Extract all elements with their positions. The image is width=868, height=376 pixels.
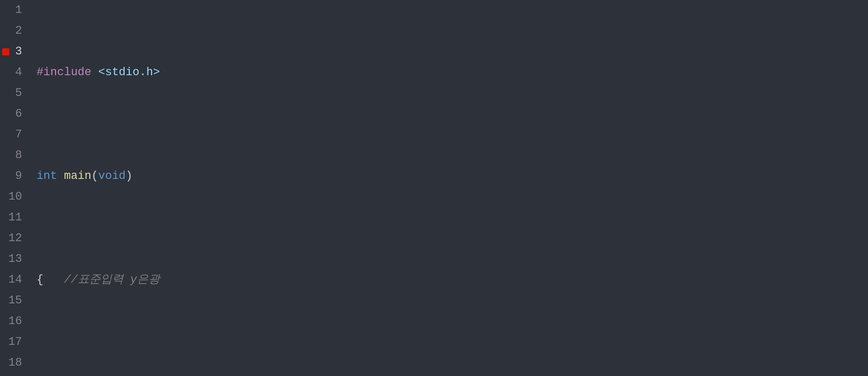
code-line-4: char grade; [36,373,862,376]
code-content[interactable]: #include <stdio.h> int main(void) { //표준… [30,0,868,376]
line-number-17: 17 [8,332,22,353]
line-number-12: 12 [8,228,22,249]
line-number-11: 11 [8,207,22,228]
code-line-2: int main(void) [36,166,862,187]
line-number-18: 18 [8,353,22,373]
punct-paren-close: ) [126,170,132,183]
line-number-4: 4 [8,62,22,83]
line-number-3: 3 [8,41,22,62]
line-number-10: 10 [8,187,22,207]
punct-paren: ( [91,170,98,183]
breakpoint-icon [2,48,9,55]
brace-open: { [36,273,64,286]
line-number-13: 13 [8,249,22,270]
line-number-1: 1 [8,0,22,21]
keyword-void: void [98,170,126,183]
line-number-9: 9 [8,166,22,187]
func-main: main [64,170,91,183]
line-number-2: 2 [8,21,22,41]
keyword-int: int [36,170,57,183]
line-number-8: 8 [8,145,22,166]
line-number-16: 16 [8,311,22,332]
line-number-14: 14 [8,270,22,290]
line-number-7: 7 [8,124,22,145]
code-editor: 1 2 3 4 5 6 7 8 9 10 11 12 13 14 15 16 1… [0,0,868,376]
line-number-6: 6 [8,104,22,124]
line-number-15: 15 [8,290,22,311]
line-numbers: 1 2 3 4 5 6 7 8 9 10 11 12 13 14 15 16 1… [0,0,30,376]
header-file: <stdio.h> [98,66,160,79]
line-number-5: 5 [8,83,22,104]
comment-3: //표준입력 y은광 [64,273,160,286]
code-line-1: #include <stdio.h> [36,62,862,83]
code-line-3: { //표준입력 y은광 [36,270,862,290]
keyword-include: #include [36,66,91,79]
